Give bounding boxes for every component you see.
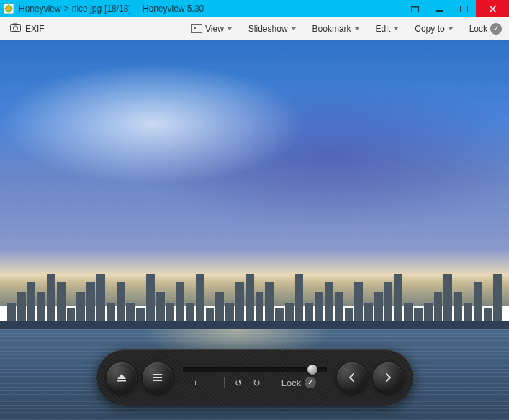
- svg-rect-6: [460, 6, 467, 12]
- zoom-slider[interactable]: [183, 367, 327, 372]
- title-index: [18/18]: [104, 4, 131, 14]
- svg-rect-10: [13, 24, 17, 26]
- svg-rect-16: [153, 380, 162, 381]
- edit-menu[interactable]: Edit: [376, 24, 400, 34]
- lock-toggle[interactable]: Lock ✓: [469, 23, 502, 35]
- fullscreen-button[interactable]: [402, 0, 427, 17]
- zoom-in-button[interactable]: +: [193, 377, 199, 388]
- rotate-left-button[interactable]: ↺: [235, 377, 243, 388]
- svg-rect-13: [117, 380, 126, 382]
- chevron-down-icon: [291, 27, 297, 30]
- slider-thumb[interactable]: [307, 365, 317, 375]
- app-icon: [3, 3, 14, 14]
- title-app: Honeyview: [19, 4, 61, 14]
- eject-button[interactable]: [107, 362, 137, 393]
- image-viewer[interactable]: + − ↺ ↻ Lock ✓: [0, 40, 509, 420]
- title-sep: >: [64, 4, 69, 14]
- copyto-label: Copy to: [415, 24, 444, 34]
- chevron-down-icon: [354, 27, 360, 30]
- rotate-right-button[interactable]: ↻: [253, 377, 261, 388]
- exif-button[interactable]: EXIF: [10, 23, 45, 34]
- slideshow-label: Slideshow: [248, 24, 288, 34]
- lock-label: Lock: [469, 24, 487, 34]
- next-button[interactable]: [373, 362, 403, 393]
- svg-marker-12: [117, 374, 126, 379]
- chevron-down-icon: [448, 27, 454, 30]
- osd-lock-toggle[interactable]: Lock ✓: [281, 377, 316, 388]
- maximize-button[interactable]: [451, 0, 476, 17]
- svg-rect-14: [153, 374, 162, 375]
- title-filename: nice.jpg: [72, 4, 102, 14]
- camera-icon: [10, 23, 21, 34]
- zoom-out-button[interactable]: −: [208, 377, 214, 388]
- minimize-button[interactable]: [427, 0, 451, 17]
- check-icon: ✓: [490, 23, 502, 35]
- image-content: [0, 40, 509, 249]
- edit-label: Edit: [376, 24, 391, 34]
- svg-rect-15: [153, 377, 162, 378]
- close-button[interactable]: [476, 0, 509, 17]
- osd-lock-label: Lock: [281, 377, 301, 388]
- divider: [224, 377, 225, 388]
- image-content: [0, 268, 509, 325]
- svg-rect-4: [411, 6, 418, 7]
- view-label: View: [205, 24, 224, 34]
- slideshow-menu[interactable]: Slideshow: [248, 24, 297, 34]
- osd-controls: + − ↺ ↻ Lock ✓: [96, 349, 413, 406]
- prev-button[interactable]: [337, 362, 367, 393]
- chevron-down-icon: [227, 27, 233, 30]
- divider: [271, 377, 271, 388]
- copyto-menu[interactable]: Copy to: [415, 24, 453, 34]
- bookmark-menu[interactable]: Bookmark: [312, 24, 360, 34]
- menu-button[interactable]: [143, 362, 173, 393]
- window-titlebar: Honeyview > nice.jpg [18/18] - Honeyview…: [0, 0, 509, 17]
- exif-label: EXIF: [25, 24, 45, 34]
- check-icon: ✓: [305, 377, 316, 388]
- title-dash: -: [137, 4, 140, 14]
- svg-point-11: [14, 26, 18, 30]
- title-appver: Honeyview 5.30: [143, 4, 204, 14]
- bookmark-label: Bookmark: [312, 24, 351, 34]
- view-menu[interactable]: View: [191, 24, 233, 34]
- chevron-down-icon: [393, 27, 399, 30]
- main-toolbar: EXIF View Slideshow Bookmark Edit Copy t…: [0, 17, 509, 40]
- view-icon: [191, 24, 202, 33]
- image-content: [0, 321, 509, 329]
